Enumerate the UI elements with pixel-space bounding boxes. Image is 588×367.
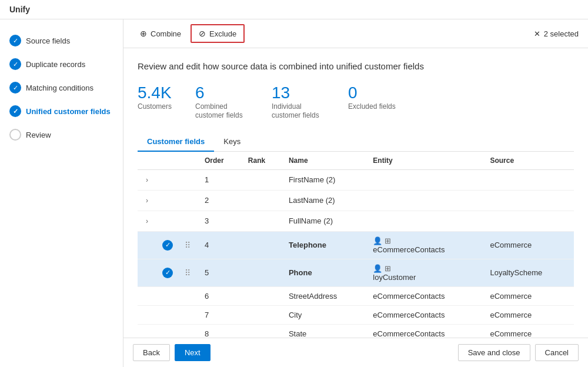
drag-cell: ⠿	[179, 231, 199, 259]
rank-cell	[242, 305, 283, 324]
drag-handle-icon[interactable]: ⠿	[185, 241, 191, 250]
page-description: Review and edit how source data is combi…	[138, 60, 490, 72]
toolbar: ⊕ Combine ⊘ Exclude ✕ 2 selected	[123, 19, 588, 48]
th-entity: Entity	[367, 152, 484, 170]
checkbox-cell	[156, 190, 179, 211]
rank-cell	[242, 259, 283, 286]
source-cell: eCommerce	[484, 305, 574, 324]
combine-label: Combine	[151, 29, 181, 38]
checkbox-cell: ✓	[156, 231, 179, 259]
exclude-button[interactable]: ⊘ Exclude	[191, 24, 245, 43]
th-expand	[138, 152, 156, 170]
checkbox-cell	[156, 169, 179, 190]
stat-individual: 13Individual customer fields	[272, 84, 325, 121]
entity-cell: 👤⊞ loyCustomer	[367, 259, 484, 286]
expand-cell	[138, 231, 156, 259]
checkbox-cell	[156, 305, 179, 324]
toolbar-right: ✕ 2 selected	[534, 29, 579, 38]
entity-cell: eCommerceContacts	[367, 286, 484, 305]
rank-cell	[242, 324, 283, 338]
drag-cell	[179, 324, 199, 338]
save-close-button[interactable]: Save and close	[458, 344, 530, 361]
table-row[interactable]: ✓⠿4Telephone👤⊞ eCommerceContactseCommerc…	[138, 231, 574, 259]
sidebar-item-unified-customer-fields[interactable]: ✓Unified customer fields	[0, 99, 123, 123]
expand-button[interactable]: ›	[143, 216, 151, 226]
rank-cell	[242, 211, 283, 231]
selected-count: 2 selected	[544, 29, 579, 38]
drag-handle-icon[interactable]: ⠿	[185, 268, 191, 278]
th-order: Order	[199, 152, 242, 170]
footer: Back Next Save and close Cancel	[123, 338, 588, 367]
order-cell: 5	[199, 259, 242, 286]
sidebar-item-source-fields[interactable]: ✓Source fields	[0, 29, 123, 52]
field-name: Telephone	[289, 241, 326, 249]
source-cell	[484, 190, 574, 211]
source-cell: LoyaltyScheme	[484, 259, 574, 286]
table-row[interactable]: 8StateeCommerceContactseCommerce	[138, 324, 574, 338]
entity-icons: 👤⊞	[373, 264, 478, 273]
stat-combined: 6Combined customer fields	[195, 84, 248, 121]
back-button[interactable]: Back	[133, 344, 170, 361]
main-layout: ✓Source fields✓Duplicate records✓Matchin…	[0, 19, 588, 367]
tab-keys[interactable]: Keys	[214, 132, 250, 152]
sidebar-item-label: Review	[26, 131, 51, 139]
sidebar-status-icon: ✓	[9, 105, 21, 117]
table-icon: ⊞	[385, 236, 391, 245]
expand-cell: ›	[138, 190, 156, 211]
order-cell: 3	[199, 211, 242, 231]
name-cell: FirstName (2)	[283, 169, 367, 190]
table-container: Order Rank Name Entity Source ›1FirstNam…	[138, 152, 574, 338]
next-button[interactable]: Next	[175, 344, 211, 361]
drag-cell	[179, 211, 199, 231]
stat-label: Individual customer fields	[272, 102, 325, 121]
th-checkbox	[156, 152, 179, 170]
table-row[interactable]: ›2LastName (2)	[138, 190, 574, 211]
combine-icon: ⊕	[140, 29, 147, 38]
sidebar-item-review[interactable]: Review	[0, 123, 123, 146]
table-row[interactable]: ›1FirstName (2)	[138, 169, 574, 190]
customer-fields-table: Order Rank Name Entity Source ›1FirstNam…	[138, 152, 574, 338]
expand-button[interactable]: ›	[143, 195, 151, 206]
stat-label: Combined customer fields	[195, 102, 248, 121]
tab-customer-fields[interactable]: Customer fields	[138, 132, 214, 152]
sidebar-item-matching-conditions[interactable]: ✓Matching conditions	[0, 76, 123, 99]
row-checkbox[interactable]: ✓	[162, 268, 173, 278]
expand-button[interactable]: ›	[143, 175, 151, 185]
combine-button[interactable]: ⊕ Combine	[133, 25, 188, 42]
order-cell: 4	[199, 231, 242, 259]
name-cell: StreetAddress	[283, 286, 367, 305]
page-body: Review and edit how source data is combi…	[123, 48, 588, 338]
sidebar-status-icon: ✓	[9, 35, 21, 46]
drag-cell	[179, 286, 199, 305]
sidebar-item-label: Source fields	[26, 36, 70, 45]
app-title: Unify	[0, 0, 588, 19]
name-cell: LastName (2)	[283, 190, 367, 211]
stat-value: 5.4K	[138, 84, 172, 102]
person-icon: 👤	[373, 264, 382, 273]
person-icon: 👤	[373, 236, 382, 245]
drag-cell	[179, 169, 199, 190]
table-row[interactable]: ›3FullName (2)	[138, 211, 574, 231]
field-name: Phone	[289, 268, 312, 277]
expand-cell	[138, 305, 156, 324]
sidebar-item-duplicate-records[interactable]: ✓Duplicate records	[0, 52, 123, 76]
table-row[interactable]: 7CityeCommerceContactseCommerce	[138, 305, 574, 324]
entity-cell	[367, 190, 484, 211]
entity-icons: 👤⊞	[373, 236, 478, 245]
table-row[interactable]: 6StreetAddresseCommerceContactseCommerce	[138, 286, 574, 305]
exclude-icon: ⊘	[199, 29, 206, 38]
stat-label: Customers	[138, 102, 172, 112]
name-cell: Phone	[283, 259, 367, 286]
cancel-button[interactable]: Cancel	[535, 344, 579, 361]
entity-cell: 👤⊞ eCommerceContacts	[367, 231, 484, 259]
expand-cell: ›	[138, 211, 156, 231]
order-cell: 7	[199, 305, 242, 324]
source-cell	[484, 169, 574, 190]
table-row[interactable]: ✓⠿5Phone👤⊞ loyCustomerLoyaltyScheme	[138, 259, 574, 286]
exclude-label: Exclude	[209, 29, 236, 38]
sidebar-item-label: Unified customer fields	[26, 107, 111, 116]
rank-cell	[242, 190, 283, 211]
footer-right: Save and close Cancel	[458, 344, 579, 361]
row-checkbox[interactable]: ✓	[162, 240, 173, 251]
entity-cell: eCommerceContacts	[367, 324, 484, 338]
